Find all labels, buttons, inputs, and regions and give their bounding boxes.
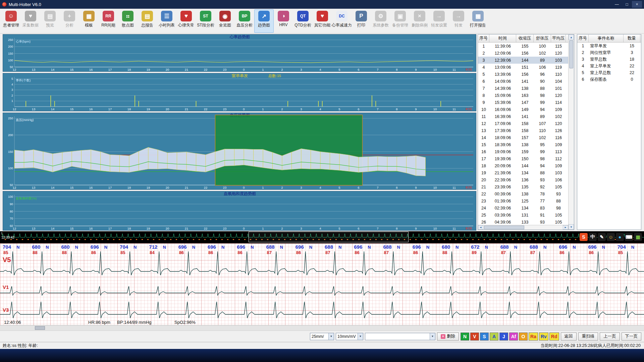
bp-table-vscrollbar[interactable]: ▲ ▼ bbox=[568, 35, 574, 230]
bp-col-header[interactable]: 时间 bbox=[489, 35, 516, 42]
bp-table-row[interactable]: 815:09:0616398120 bbox=[478, 92, 568, 99]
beat-class-button-af[interactable]: Af bbox=[509, 333, 518, 341]
toolbox-icon[interactable]: ▦ bbox=[634, 233, 642, 241]
beat-class-button-rv[interactable]: Rv bbox=[539, 333, 548, 341]
bp-table-row[interactable]: 312:39:0614489103 bbox=[478, 57, 568, 64]
bp-table-row[interactable]: 1921:39:0613488103 bbox=[478, 169, 568, 176]
toolbar-button-rr-interval[interactable]: RRRR间期 bbox=[99, 9, 118, 33]
toolbar-button-bp-analysis[interactable]: BP血压分析 bbox=[235, 9, 254, 33]
emoji-icon[interactable]: ☺ bbox=[607, 233, 615, 241]
toolbar-button-scatter-plot[interactable]: ⠶散点图 bbox=[118, 9, 138, 33]
maximize-button[interactable]: □ bbox=[622, 1, 632, 8]
toolbar-button-qtd-analysis[interactable]: QTQTD分析 bbox=[293, 9, 313, 33]
bp-table-row[interactable]: 2503:39:0613191105 bbox=[478, 212, 568, 219]
prev-page-button[interactable]: 上一页 bbox=[600, 333, 620, 341]
beat-class-button-ra[interactable]: Ra bbox=[529, 333, 538, 341]
bp-vscroll-thumb[interactable] bbox=[569, 40, 573, 68]
beat-class-button-o[interactable]: O bbox=[519, 333, 528, 341]
bp-table-row[interactable]: 1016:09:0614994109 bbox=[478, 106, 568, 113]
bp-table-row[interactable]: 1619:09:0615999113 bbox=[478, 148, 568, 155]
bp-col-header[interactable]: 收缩压 bbox=[516, 35, 534, 42]
bp-vscroll-down-arrow[interactable]: ▼ bbox=[569, 224, 574, 230]
toolbar-button-arrhythmia[interactable]: ♥心律失常 bbox=[176, 9, 196, 33]
bp-table-row[interactable]: 2604:39:0613393105 bbox=[478, 219, 568, 225]
bp-table-row[interactable]: 413:09:06151106119 bbox=[478, 64, 568, 71]
bp-col-header[interactable]: 备注 bbox=[566, 35, 568, 42]
delete-button[interactable]: × 删除 bbox=[437, 333, 459, 341]
ecg-overview-strip[interactable]: I 12:39:43 S中✎☺●⌨▦ bbox=[0, 231, 644, 243]
event-table-row[interactable]: 5室上早总数22 bbox=[577, 69, 641, 76]
bp-table-row[interactable]: 1116:39:0614189102 bbox=[478, 113, 568, 120]
beat-class-button-j[interactable]: J bbox=[499, 333, 508, 341]
toolbar-button-other-functions[interactable]: ♥其它功能 bbox=[313, 9, 332, 33]
pvc-trend-panel[interactable]: 5432112131415161718192021222301234567891… bbox=[3, 73, 476, 111]
bp-table-row[interactable]: 1418:09:06157102116 bbox=[478, 134, 568, 141]
toolbar-button-st-analysis[interactable]: STST段分析 bbox=[196, 9, 215, 33]
bp-col-header[interactable]: 序号 bbox=[478, 35, 489, 42]
event-table-row[interactable]: 4室上早单发22 bbox=[577, 63, 641, 69]
bp-col-header[interactable]: 平均压 bbox=[551, 35, 566, 42]
bp-table-row[interactable]: 915:39:0614799114 bbox=[478, 99, 568, 106]
close-button[interactable]: × bbox=[632, 1, 642, 8]
template-select[interactable]: ▼ bbox=[365, 333, 435, 340]
bp-table-row[interactable]: 1317:39:06158110126 bbox=[478, 127, 568, 134]
bp-table-row[interactable]: 2200:39:061387893 bbox=[478, 190, 568, 197]
next-page-button[interactable]: 下一页 bbox=[622, 333, 642, 341]
speed-select[interactable]: 25mm/▼ bbox=[310, 333, 334, 340]
bp-table-row[interactable]: 1719:39:0615098112 bbox=[478, 155, 568, 162]
beat-class-button-s[interactable]: S bbox=[480, 333, 489, 341]
keyboard-icon[interactable]: ⌨ bbox=[625, 233, 633, 241]
toolbar-button-print[interactable]: P打印 bbox=[352, 9, 371, 33]
toolbar-button-trend-chart[interactable]: ↗趋势图 bbox=[254, 9, 274, 33]
ecg-strip-area[interactable]: 704N85680N88680N88696N86704N85712N84696N… bbox=[0, 243, 644, 325]
toolbar-button-template[interactable]: ▦模板 bbox=[79, 9, 99, 33]
bp-trend-panel[interactable]: 2502001501005012131415161718192021222301… bbox=[3, 113, 476, 190]
bp-table-hscrollbar[interactable]: ◄ ► bbox=[478, 225, 568, 230]
hr-trend-panel[interactable]: 2502001501005012131415161718192021222301… bbox=[3, 34, 476, 72]
bp-table-row[interactable]: 2402:39:061348398 bbox=[478, 204, 568, 212]
bp-table-row[interactable]: 714:39:0613888101 bbox=[478, 85, 568, 92]
toolbar-button-hrv[interactable]: ◑HRV bbox=[274, 9, 293, 33]
event-col-header[interactable]: 序号 bbox=[577, 35, 589, 42]
ecg-hscrollbar[interactable] bbox=[0, 325, 644, 330]
bp-table-row[interactable]: 2123:39:0613592105 bbox=[478, 183, 568, 190]
mic-icon[interactable]: ● bbox=[616, 233, 624, 241]
toolbar-button-total-report[interactable]: ▤总报告 bbox=[138, 9, 157, 33]
bp-table-row[interactable]: 614:09:0614190104 bbox=[478, 78, 568, 85]
spo2-trend-panel[interactable]: 1009080706012131415161718192021222301234… bbox=[3, 191, 476, 231]
bp-col-header[interactable]: 舒张压 bbox=[534, 35, 551, 42]
toolbar-button-open-report[interactable]: ▦打开报告 bbox=[468, 9, 488, 33]
event-col-header[interactable]: 事件名称 bbox=[589, 35, 624, 42]
handwriting-icon[interactable]: ✎ bbox=[598, 233, 606, 241]
event-table-row[interactable]: 6保存图条0 bbox=[577, 76, 641, 83]
rescan-button[interactable]: 重扫描 bbox=[578, 333, 598, 341]
event-col-header[interactable]: 数量 bbox=[624, 35, 640, 42]
bp-table-row[interactable]: 212:09:06156102120 bbox=[478, 50, 568, 57]
ecg-hscroll-thumb[interactable] bbox=[35, 326, 45, 330]
input-mode-icon[interactable]: 中 bbox=[589, 233, 597, 241]
beat-class-button-a[interactable]: A bbox=[490, 333, 498, 341]
bp-table-row[interactable]: 1820:09:0614494109 bbox=[478, 162, 568, 169]
bp-hscroll-right-arrow[interactable]: ► bbox=[563, 225, 568, 230]
event-table-row[interactable]: 1室早单发15 bbox=[577, 43, 641, 49]
back-button[interactable]: 返回 bbox=[561, 333, 577, 341]
bp-table-row[interactable]: 1217:09:06158107120 bbox=[478, 120, 568, 127]
beat-class-button-v[interactable]: V bbox=[470, 333, 479, 341]
bp-hscroll-thumb[interactable] bbox=[484, 226, 524, 229]
bp-table-row[interactable]: 111:39:06155100115 bbox=[478, 43, 568, 50]
bp-hscroll-left-arrow[interactable]: ◄ bbox=[478, 225, 483, 230]
bp-vscroll-up-arrow[interactable]: ▲ bbox=[569, 35, 574, 40]
bp-table-row[interactable]: 2301:39:061257788 bbox=[478, 197, 568, 204]
minimize-button[interactable]: — bbox=[612, 1, 622, 8]
toolbar-button-overview-map[interactable]: ◉全览图 bbox=[215, 9, 235, 33]
gain-select[interactable]: 10mm/mV▼ bbox=[336, 333, 363, 340]
bp-table-row[interactable]: 513:39:0615696110 bbox=[478, 71, 568, 78]
toolbar-button-hour-list[interactable]: ☰小时列表 bbox=[157, 9, 176, 33]
beat-class-button-n[interactable]: N bbox=[461, 333, 469, 341]
event-table-row[interactable]: 3室早总数18 bbox=[577, 56, 641, 63]
bp-table-row[interactable]: 2022:39:0613693106 bbox=[478, 176, 568, 183]
bp-table-row[interactable]: 1518:39:0613895109 bbox=[478, 141, 568, 148]
overview-selection-box[interactable] bbox=[249, 232, 409, 242]
sogou-logo-icon[interactable]: S bbox=[580, 233, 588, 241]
beat-class-button-rd[interactable]: Rd bbox=[549, 333, 559, 341]
